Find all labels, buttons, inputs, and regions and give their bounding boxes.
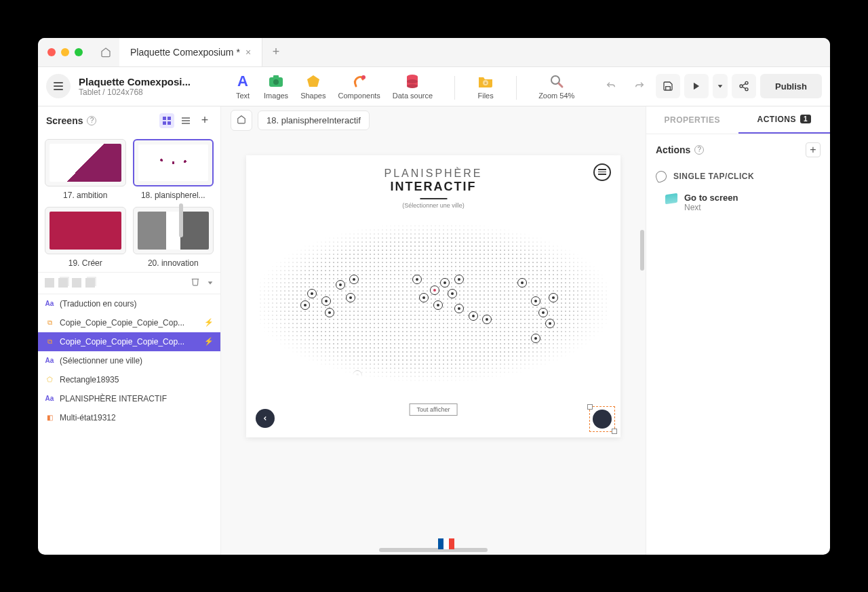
- shape-layer-icon: ⬠: [45, 375, 54, 384]
- components-icon: [351, 73, 368, 90]
- screen-thumb-20[interactable]: 20. innovation: [133, 207, 214, 268]
- layer-row[interactable]: ⬠Rectangle18935: [38, 370, 220, 389]
- tap-icon: [654, 169, 669, 183]
- tool-datasource[interactable]: Data source: [393, 73, 433, 100]
- screens-scrollbar[interactable]: [179, 203, 183, 237]
- add-tab[interactable]: +: [262, 45, 290, 59]
- layer-row[interactable]: AaPLANISPHÈRE INTERACTIF: [38, 389, 220, 408]
- actions-badge: 1: [800, 115, 811, 123]
- tool-shapes[interactable]: Shapes: [300, 73, 326, 100]
- undo-button[interactable]: [599, 74, 623, 98]
- undo-icon: [606, 81, 616, 92]
- minimize-window[interactable]: [61, 48, 69, 56]
- svg-point-4: [361, 75, 366, 79]
- right-tabbar: PROPERTIES ACTIONS 1: [646, 106, 830, 134]
- tool-images[interactable]: Images: [264, 73, 288, 100]
- publish-button[interactable]: Publish: [760, 74, 822, 98]
- home-icon: [237, 115, 246, 124]
- zoom-window[interactable]: [75, 48, 83, 56]
- list-view-toggle[interactable]: [178, 113, 193, 128]
- folder-icon: +: [477, 73, 494, 90]
- screen-thumb-17[interactable]: 17. ambition: [45, 139, 126, 200]
- layer-filter-3[interactable]: [72, 278, 81, 288]
- layer-row[interactable]: Aa(Sélectionner une ville): [38, 351, 220, 370]
- shapes-icon: [304, 73, 322, 90]
- delete-layer-button[interactable]: [191, 277, 203, 289]
- chevron-down-icon: [717, 83, 724, 90]
- close-tab-icon[interactable]: ×: [245, 47, 251, 58]
- screen-thumb-19[interactable]: 19. Créer: [45, 207, 126, 268]
- tool-group: A Text Images Shapes Components: [234, 73, 574, 100]
- screens-header: Screens ? +: [38, 106, 220, 135]
- world-map: [258, 220, 608, 403]
- breadcrumb-current[interactable]: 18. planisphereInteractif: [258, 111, 370, 130]
- layer-filter-4[interactable]: [85, 278, 95, 288]
- screens-grid: 17. ambition 18. planispherel... 19. Cré…: [38, 135, 220, 272]
- tool-text[interactable]: A Text: [234, 73, 252, 100]
- svg-line-18: [743, 83, 746, 85]
- left-panel: Screens ? + 17. ambition 18. plani: [38, 106, 221, 555]
- svg-point-15: [745, 81, 748, 84]
- play-dropdown[interactable]: [713, 74, 728, 98]
- canvas-breadcrumb: 18. planisphereInteractif: [221, 106, 646, 135]
- layer-row[interactable]: ⧉Copie_Copie_Copie_Copie_Cop...⚡: [38, 332, 220, 351]
- language-flag[interactable]: [438, 538, 454, 549]
- next-button: [593, 410, 612, 429]
- layer-filter-2[interactable]: [58, 278, 68, 288]
- layer-label: PLANISPHÈRE INTERACTIF: [60, 394, 167, 403]
- text-layer-icon: Aa: [45, 299, 54, 309]
- selection-handles[interactable]: [589, 406, 615, 432]
- layer-label: (Traduction en cours): [60, 299, 137, 309]
- svg-text:+: +: [484, 80, 488, 86]
- layer-filter-1[interactable]: [45, 278, 54, 288]
- redo-button[interactable]: [627, 74, 652, 98]
- screen-thumb-18[interactable]: 18. planispherel...: [133, 139, 214, 200]
- canvas-scroll[interactable]: PLANISPHÈRE INTERACTIF (Sélectionner une…: [221, 135, 646, 555]
- save-button[interactable]: [656, 74, 680, 98]
- bolt-icon: ⚡: [204, 337, 214, 346]
- right-panel: PROPERTIES ACTIONS 1 Actions ? + SINGLE …: [646, 106, 830, 555]
- layer-label: Multi-état19312: [60, 413, 116, 422]
- actions-header: Actions ? +: [646, 134, 830, 165]
- tool-components[interactable]: Components: [338, 73, 380, 100]
- add-action-button[interactable]: +: [806, 142, 821, 157]
- tool-zoom[interactable]: Zoom 54%: [538, 73, 574, 100]
- show-all-button: Tout afficher: [410, 403, 458, 416]
- grid-view-toggle[interactable]: [159, 113, 174, 128]
- help-icon[interactable]: ?: [694, 145, 704, 155]
- share-button[interactable]: [732, 74, 756, 98]
- svg-point-8: [407, 79, 418, 83]
- tab-actions[interactable]: ACTIONS 1: [738, 106, 831, 134]
- svg-marker-27: [208, 281, 213, 284]
- grid-icon: [163, 117, 171, 125]
- close-window[interactable]: [47, 48, 56, 56]
- home-icon: [100, 47, 111, 58]
- bolt-icon: ⚡: [204, 318, 214, 327]
- help-icon[interactable]: ?: [87, 116, 96, 125]
- artboard[interactable]: PLANISPHÈRE INTERACTIF (Sélectionner une…: [246, 155, 620, 437]
- home-tab[interactable]: [92, 38, 119, 66]
- text-layer-icon: Aa: [45, 356, 54, 366]
- add-screen-button[interactable]: +: [197, 113, 212, 128]
- layer-label: (Sélectionner une ville): [60, 356, 142, 366]
- event-row[interactable]: SINGLE TAP/CLICK: [646, 165, 830, 187]
- menu-button[interactable]: [46, 74, 71, 98]
- layer-row[interactable]: ◧Multi-état19312: [38, 408, 220, 427]
- screens-title: Screens: [46, 115, 83, 126]
- svg-marker-13: [694, 83, 699, 90]
- layer-row[interactable]: Aa(Traduction en cours): [38, 294, 220, 313]
- document-tab[interactable]: Plaquette Comexposium * ×: [119, 38, 262, 66]
- toolbar: Plaquette Comexposi... Tablet / 1024x768…: [38, 67, 830, 106]
- svg-point-7: [407, 84, 418, 88]
- play-button[interactable]: [684, 74, 709, 98]
- breadcrumb-home[interactable]: [231, 110, 252, 131]
- action-item[interactable]: Go to screen Next: [646, 187, 830, 218]
- tool-files[interactable]: + Files: [477, 73, 494, 100]
- scrollbar-vertical[interactable]: [640, 230, 644, 271]
- chevron-down-icon[interactable]: [207, 279, 214, 286]
- scrollbar-horizontal[interactable]: [379, 548, 488, 552]
- svg-line-19: [743, 87, 746, 89]
- tab-properties[interactable]: PROPERTIES: [646, 106, 738, 134]
- layer-row[interactable]: ⧉Copie_Copie_Copie_Copie_Cop...⚡: [38, 313, 220, 332]
- svg-rect-21: [167, 117, 171, 120]
